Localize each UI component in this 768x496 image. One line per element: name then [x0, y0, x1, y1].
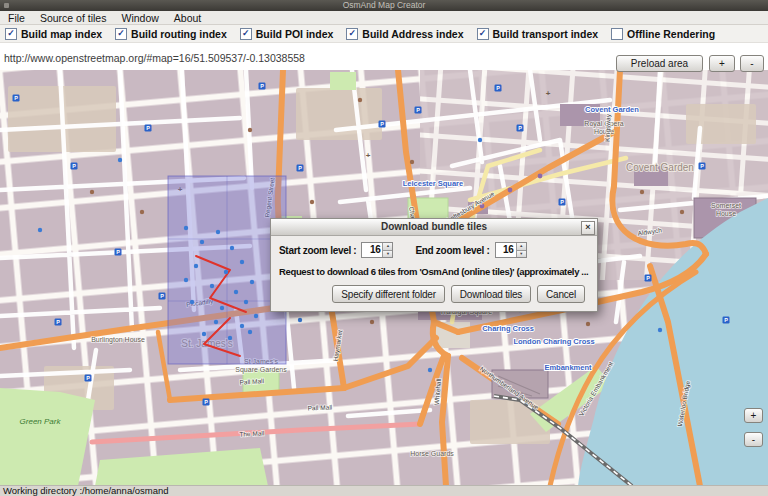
window-title: OsmAnd Map Creator [343, 0, 426, 10]
status-bar: Working directory :/home/anna/osmand [0, 485, 768, 496]
map-label: Embankment [544, 363, 592, 372]
pub-dot-icon [310, 200, 314, 204]
poi-dot-icon [190, 300, 194, 304]
checkbox-label: Build Address index [362, 28, 463, 40]
svg-text:P: P [560, 199, 564, 205]
pub-dot-icon [358, 98, 362, 102]
index-options-toolbar: ✓ Build map index ✓ Build routing index … [0, 25, 768, 43]
window-menu-icon[interactable] [4, 3, 9, 8]
map-label: Green Park [20, 417, 62, 426]
parking-icon: P [145, 125, 152, 132]
menu-about[interactable]: About [174, 12, 201, 24]
zoom-in-button[interactable]: + [709, 55, 735, 72]
start-zoom-label: Start zoom level : [279, 245, 356, 256]
dialog-title: Download bundle tiles [381, 221, 487, 232]
poi-dot-icon [224, 270, 228, 274]
checkbox-build-routing-index[interactable]: ✓ Build routing index [115, 28, 227, 40]
preload-area-button[interactable]: Preload area [616, 55, 703, 72]
svg-text:P: P [146, 125, 150, 131]
svg-text:P: P [518, 125, 522, 131]
start-zoom-value[interactable]: 16 [362, 243, 382, 257]
checkbox-box: ✓ [346, 28, 358, 40]
parking-icon: P [559, 199, 566, 206]
specify-different-folder-button[interactable]: Specify different folder [332, 285, 445, 303]
check-icon: ✓ [7, 29, 15, 38]
menubar: File Source of tiles Window About [0, 11, 768, 25]
checkbox-label: Build transport index [493, 28, 599, 40]
pub-dot-icon [410, 160, 414, 164]
poi-dot-icon [184, 226, 188, 230]
download-tiles-button[interactable]: Download tiles [451, 285, 531, 303]
parking-icon: P [699, 163, 706, 170]
church-cross-icon: + [546, 89, 551, 98]
check-icon: ✓ [117, 29, 125, 38]
map-side-zoom-out-button[interactable]: - [744, 432, 763, 447]
poi-dot-icon [240, 324, 244, 328]
poi-dot-icon [250, 280, 254, 284]
svg-text:P: P [646, 275, 650, 281]
spinner-down-icon[interactable]: ▼ [517, 250, 526, 258]
parking-icon: P [71, 163, 78, 170]
checkbox-box: ✓ [5, 28, 17, 40]
poi-dot-icon [118, 158, 122, 162]
poi-dot-icon [428, 368, 432, 372]
tile-selection-overlay[interactable] [168, 176, 286, 364]
poi-dot-icon [254, 314, 258, 318]
checkbox-label: Build routing index [131, 28, 227, 40]
spinner-down-icon[interactable]: ▼ [383, 250, 392, 258]
end-zoom-spinner[interactable]: 16 ▲ ▼ [495, 242, 527, 258]
checkbox-build-transport-index[interactable]: ✓ Build transport index [477, 28, 599, 40]
end-zoom-label: End zoom level : [415, 245, 489, 256]
pub-dot-icon [640, 190, 644, 194]
parking-icon: P [115, 249, 122, 256]
poi-dot-icon [220, 306, 224, 310]
dialog-titlebar[interactable]: Download bundle tiles × [271, 219, 597, 236]
menu-window[interactable]: Window [121, 12, 158, 24]
poi-dot-icon [230, 246, 234, 250]
menu-source-of-tiles[interactable]: Source of tiles [40, 12, 107, 24]
checkbox-build-poi-index[interactable]: ✓ Build POI index [240, 28, 334, 40]
parking-icon: P [159, 293, 166, 300]
checkbox-label: Build POI index [256, 28, 334, 40]
start-zoom-spinner[interactable]: 16 ▲ ▼ [361, 242, 393, 258]
church-cross-icon: + [366, 151, 371, 160]
window-titlebar: OsmAnd Map Creator [0, 0, 768, 11]
checkbox-box: ✓ [477, 28, 489, 40]
svg-text:P: P [298, 165, 302, 171]
map-label: London Charing Cross [513, 337, 594, 346]
end-zoom-value[interactable]: 16 [496, 243, 516, 257]
svg-text:P: P [260, 83, 264, 89]
working-directory-text: Working directory :/home/anna/osmand [3, 485, 169, 496]
parking-icon: P [203, 399, 210, 406]
parking-icon: P [259, 83, 266, 90]
map-label: House [716, 210, 736, 217]
pub-dot-icon [248, 128, 252, 132]
parking-icon: P [85, 375, 92, 382]
poi-dot-icon [184, 278, 188, 282]
svg-text:P: P [56, 319, 60, 325]
map-side-zoom-in-button[interactable]: + [744, 408, 763, 423]
svg-text:P: P [496, 85, 500, 91]
check-icon: ✓ [479, 29, 487, 38]
poi-dot-icon [234, 290, 238, 294]
map-label: Horse Guards [410, 450, 454, 457]
checkbox-build-address-index[interactable]: ✓ Build Address index [346, 28, 463, 40]
checkbox-build-map-index[interactable]: ✓ Build map index [5, 28, 102, 40]
poi-dot-icon [202, 332, 206, 336]
poi-dot-icon [228, 336, 232, 340]
download-bundle-tiles-dialog: Download bundle tiles × Start zoom level… [270, 218, 598, 312]
parking-icon: P [297, 165, 304, 172]
parking-icon: P [495, 85, 502, 92]
poi-dot-icon [38, 228, 42, 232]
check-icon: ✓ [242, 29, 250, 38]
poi-dot-icon [248, 330, 252, 334]
poi-dot-icon [214, 320, 218, 324]
zoom-out-button[interactable]: - [740, 55, 764, 72]
poi-dot-icon [478, 138, 482, 142]
dialog-close-icon[interactable]: × [581, 221, 595, 235]
menu-file[interactable]: File [8, 12, 25, 24]
theatre-dot-icon [538, 174, 543, 179]
map-label: The Mall [239, 429, 265, 437]
cancel-button[interactable]: Cancel [537, 285, 585, 303]
checkbox-offline-rendering[interactable]: ✓ Offline Rendering [611, 28, 715, 40]
